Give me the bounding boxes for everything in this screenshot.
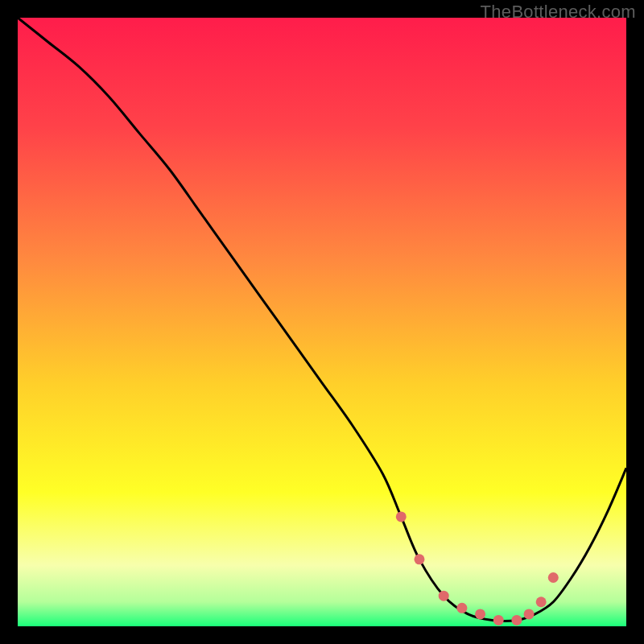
marker-dot [456,603,467,613]
marker-dot [536,597,547,607]
marker-dot [511,615,522,625]
gradient-background [18,18,626,626]
chart-frame [18,18,626,626]
marker-dot [548,572,559,583]
marker-dot [524,609,535,619]
marker-dot [493,615,504,625]
marker-dot [396,511,407,522]
bottleneck-chart [18,18,626,626]
marker-dot [439,591,449,601]
marker-dot [414,554,424,564]
watermark-text: TheBottleneck.com [481,2,636,23]
marker-dot [475,609,485,619]
